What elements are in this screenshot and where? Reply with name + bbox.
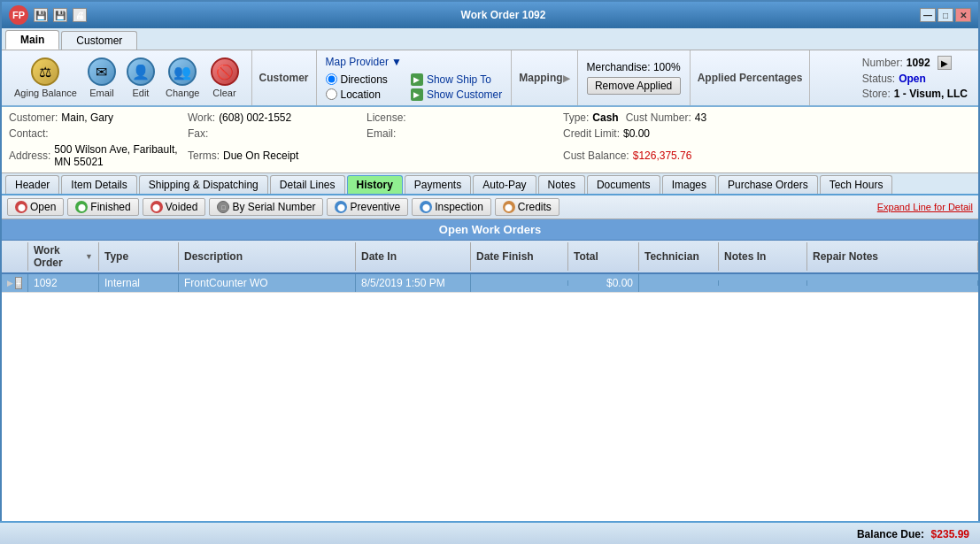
directions-radio-input[interactable] [326,73,337,85]
cust-number-cell: Cust Number: 43 [626,111,706,125]
open-icon: ⬤ [15,201,27,213]
toolbar-print-icon[interactable]: 🖨 [73,8,87,22]
tab-images[interactable]: Images [662,175,716,194]
row-total: $0.00 [568,274,639,292]
customer-info-grid: Customer: Main, Gary Work: (608) 002-155… [9,111,971,169]
tab-item-details[interactable]: Item Details [61,175,136,194]
credits-icon: ⬤ [503,201,515,213]
balance-due: Balance Due: $235.99 [857,527,969,540]
tab-notes[interactable]: Notes [538,175,585,194]
clear-button[interactable]: 🚫 Clear [205,55,244,101]
address-cell: Address: 500 Wilson Ave, Faribault, MN 5… [9,142,186,169]
fax-cell: Fax: [188,126,365,141]
expand-line-link[interactable]: Expand Line for Detail [877,202,973,212]
col-description-header[interactable]: Description [179,242,356,271]
location-radio[interactable]: Location [326,88,388,101]
maximize-button[interactable]: □ [938,8,953,22]
tab-shipping-dispatching[interactable]: Shipping & Dispatching [139,175,268,194]
col-repair-notes-header[interactable]: Repair Notes [807,242,978,271]
email-icon: ✉ [88,57,116,86]
row-repair-notes [807,280,978,286]
mapping-arrow: ▶ [563,73,570,83]
row-controls: ▶ + [7,277,22,289]
tab-header[interactable]: Header [5,175,59,194]
status-bar: Balance Due: $235.99 [0,521,980,544]
aging-balance-button[interactable]: ⚖ Aging Balance [9,55,82,101]
open-button[interactable]: ⬤ Open [7,198,64,216]
cust-number-value: 43 [695,111,706,124]
cust-balance-cell: Cust Balance: $126,375.76 [563,142,971,169]
map-provider-dropdown[interactable]: Map Provider ▼ [326,56,503,68]
col-notes-in-header[interactable]: Notes In [719,242,807,271]
window-controls: — □ ✕ [920,8,971,22]
row-date-finish [471,280,568,286]
tab-detail-lines[interactable]: Detail Lines [270,175,345,194]
toolbar-save2-icon[interactable]: 💾 [53,8,67,22]
close-button[interactable]: ✕ [955,8,971,22]
mapping-options: Directions Location ▶ Show Ship To ▶ Sho… [326,73,503,101]
minimize-button[interactable]: — [920,8,936,22]
tab-tech-hours[interactable]: Tech Hours [820,175,893,194]
credits-button[interactable]: ⬤ Credits [495,198,559,216]
radio-group: Directions Location [326,73,388,101]
store-row: Store: 1 - Visum, LLC [862,88,968,100]
terms-value: Due On Receipt [223,149,298,162]
map-provider-arrow: ▼ [391,56,402,68]
show-customer-button[interactable]: ▶ Show Customer [411,88,502,101]
tab-history[interactable]: History [347,175,403,194]
window-title: Work Order 1092 [461,9,546,21]
mapping-label: Mapping ▶ [512,50,577,105]
edit-button[interactable]: 👤 Edit [121,55,160,101]
credit-limit-cell: Credit Limit: $0.00 [563,126,971,141]
customer-name: Main, Gary [61,111,113,124]
type-cell: Type: Cash [563,111,619,125]
tab-purchase-orders[interactable]: Purchase Orders [718,175,818,194]
show-group: ▶ Show Ship To ▶ Show Customer [411,73,502,101]
info-section: Number: 1092 ▶ Status: Open Store: 1 - V… [852,50,978,105]
tab-auto-pay[interactable]: Auto-Pay [473,175,536,194]
aging-balance-icon: ⚖ [31,57,59,86]
change-button[interactable]: 👥 Change [160,55,205,101]
col-date-finish-header[interactable]: Date Finish [471,242,568,271]
email-button[interactable]: ✉ Email [82,55,121,101]
number-nav-arrow[interactable]: ▶ [938,56,952,70]
row-notes-in [719,280,807,286]
preventive-button[interactable]: ⬤ Preventive [327,198,408,216]
type-value: Cash [592,111,618,124]
main-toolbar: ⚖ Aging Balance ✉ Email 👤 Edit 👥 Change … [2,50,978,107]
tab-customer[interactable]: Customer [61,31,137,50]
applied-percentages-section: Merchandise: 100% Remove Applied [578,50,691,105]
main-tab-row: Header Item Details Shipping & Dispatchi… [2,173,978,195]
directions-radio[interactable]: Directions [326,73,388,86]
row-expand-cell: ▶ + [2,274,28,292]
customer-section-label: Customer [252,50,317,105]
col-total-header[interactable]: Total [568,242,639,271]
remove-applied-button[interactable]: Remove Applied [587,77,681,95]
col-work-order-header[interactable]: Work Order ▼ [28,242,99,271]
finished-button[interactable]: ⬤ Finished [67,198,138,216]
tab-main[interactable]: Main [5,30,59,50]
wo-expand-button[interactable]: + [15,277,22,289]
col-type-header[interactable]: Type [99,242,179,271]
show-ship-to-button[interactable]: ▶ Show Ship To [411,73,502,86]
title-bar: FP 💾 💾 🖨 Work Order 1092 — □ ✕ [2,2,978,28]
work-phone: (608) 002-1552 [219,111,291,124]
row-work-order: 1092 [28,274,99,292]
location-radio-input[interactable] [326,88,337,100]
toolbar-save-icon[interactable]: 💾 [34,8,48,22]
inspection-icon: ⬤ [420,201,432,213]
table-title: Open Work Orders [2,219,978,241]
voided-button[interactable]: ⬤ Voided [143,198,206,216]
col-technician-header[interactable]: Technician [639,242,719,271]
serial-number-icon: □ [217,201,229,213]
by-serial-number-button[interactable]: □ By Serial Number [209,198,323,216]
license-cell: License: [367,111,561,125]
mapping-section: Map Provider ▼ Directions Location [317,50,513,105]
tab-documents[interactable]: Documents [587,175,660,194]
inspection-button[interactable]: ⬤ Inspection [412,198,491,216]
tab-payments[interactable]: Payments [405,175,471,194]
table-body: ▶ + 1092 Internal FrontCounter WO 8/5/20… [2,274,978,293]
table-row[interactable]: ▶ + 1092 Internal FrontCounter WO 8/5/20… [2,274,978,293]
col-date-in-header[interactable]: Date In [356,242,471,271]
title-bar-left: FP 💾 💾 🖨 [9,5,87,25]
